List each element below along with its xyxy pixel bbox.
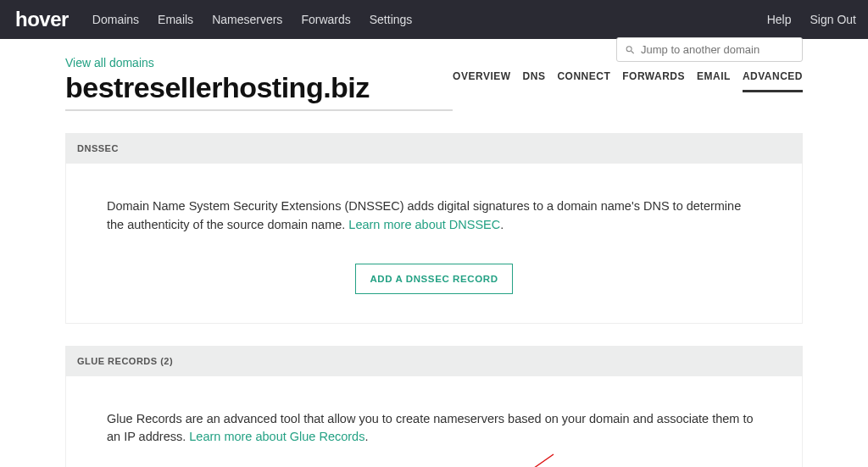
nav-emails[interactable]: Emails [158, 13, 193, 26]
tab-dns[interactable]: DNS [523, 70, 546, 86]
tab-email[interactable]: EMAIL [697, 70, 731, 86]
nav-domains[interactable]: Domains [92, 13, 139, 26]
dnssec-learn-link[interactable]: Learn more about DNSSEC [348, 218, 500, 231]
domain-tabs: OVERVIEW DNS CONNECT FORWARDS EMAIL ADVA… [453, 70, 803, 86]
domain-search-input[interactable] [616, 37, 803, 62]
glue-section: GLUE RECORDS (2) Glue Records are an adv… [65, 346, 803, 468]
glue-learn-link[interactable]: Learn more about Glue Records [189, 430, 364, 443]
nav-nameservers[interactable]: Nameservers [212, 13, 282, 26]
nav-help[interactable]: Help [767, 13, 792, 26]
tab-forwards[interactable]: FORWARDS [622, 70, 685, 86]
glue-header: GLUE RECORDS (2) [65, 346, 803, 376]
tab-advanced[interactable]: ADVANCED [743, 70, 803, 92]
view-all-domains-link[interactable]: View all domains [65, 56, 154, 69]
header-row: bestresellerhosting.biz [65, 71, 453, 111]
search-icon [625, 44, 636, 55]
dnssec-body: Domain Name System Security Extensions (… [65, 164, 803, 324]
main-container: View all domains OVERVIEW DNS CONNECT FO… [65, 39, 803, 467]
dnssec-desc: Domain Name System Security Extensions (… [107, 197, 761, 235]
glue-body: Glue Records are an advanced tool that a… [65, 376, 803, 468]
brand-logo: hover [15, 8, 69, 31]
dnssec-header: DNSSEC [65, 133, 803, 164]
glue-desc: Glue Records are an advanced tool that a… [107, 410, 761, 448]
domain-search-wrap [616, 37, 803, 62]
tab-overview[interactable]: OVERVIEW [453, 70, 510, 86]
domain-title: bestresellerhosting.biz [65, 71, 370, 104]
svg-line-0 [511, 454, 554, 467]
nav-settings[interactable]: Settings [370, 13, 413, 26]
top-nav-right: Help Sign Out [767, 13, 856, 26]
tab-connect[interactable]: CONNECT [557, 70, 610, 86]
add-dnssec-record-button[interactable]: ADD A DNSSEC RECORD [355, 264, 512, 294]
dnssec-section: DNSSEC Domain Name System Security Exten… [65, 133, 803, 324]
nav-signout[interactable]: Sign Out [810, 13, 856, 26]
nav-forwards[interactable]: Forwards [301, 13, 350, 26]
top-nav-left: hover Domains Emails Nameservers Forward… [12, 8, 412, 31]
top-nav: hover Domains Emails Nameservers Forward… [0, 0, 868, 39]
annotation-arrow-icon [503, 450, 562, 467]
